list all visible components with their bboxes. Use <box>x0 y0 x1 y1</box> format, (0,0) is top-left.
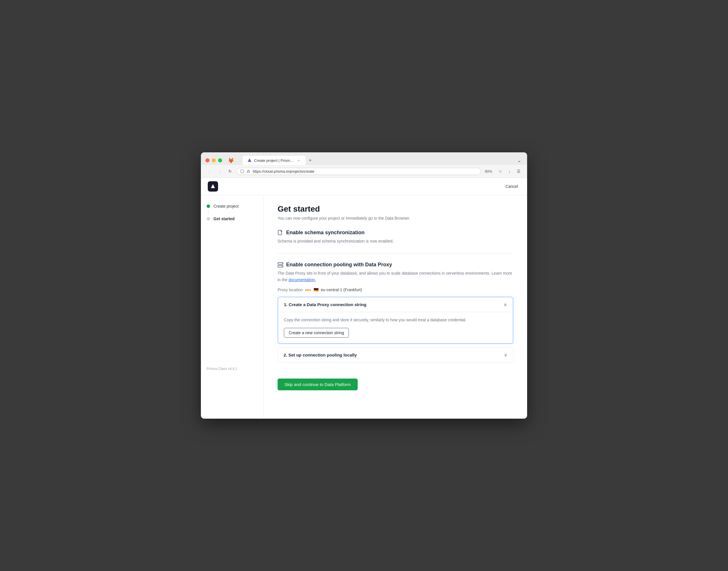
traffic-lights <box>205 158 222 162</box>
schema-sync-title-text: Enable schema synchronization <box>286 230 365 236</box>
app-logo <box>208 181 218 192</box>
new-tab-button[interactable]: + <box>306 156 314 164</box>
active-tab[interactable]: Create project | Prisma Data Pla × <box>243 156 306 165</box>
cancel-button[interactable]: Cancel <box>503 183 520 190</box>
url-text: https://cloud.prisma.io/projects/create <box>253 169 477 174</box>
bookmark-button[interactable]: ☆ <box>496 167 504 175</box>
forward-button[interactable]: › <box>216 167 224 175</box>
nav-bar: ‹ › ↻ https://cloud.prisma.io/projects/c… <box>201 165 527 178</box>
connection-pooling-section: Enable connection pooling with Data Prox… <box>278 262 514 362</box>
tab-title: Create project | Prisma Data Pla <box>254 158 294 163</box>
connection-pooling-title: Enable connection pooling with Data Prox… <box>278 262 514 268</box>
reload-button[interactable]: ↻ <box>226 167 234 175</box>
tabs-bar: Create project | Prisma Data Pla × + <box>243 156 314 165</box>
browser-window: 🦊 Create project | Prisma Data Pla × + ⌄… <box>201 152 527 419</box>
prisma-tab-icon <box>247 158 252 163</box>
step-dot-active <box>206 205 210 208</box>
svg-rect-0 <box>247 171 250 173</box>
accordion-1: 1. Create a Data Proxy connection string… <box>278 297 514 344</box>
accordion-2-header[interactable]: 2. Set up connection pooling locally ∨ <box>278 348 513 362</box>
main-layout: Create project Get started Prisma Client… <box>201 195 527 419</box>
sidebar-footer: Prisma Client v4.8.1 <box>206 367 237 371</box>
maximize-window-button[interactable] <box>218 158 222 162</box>
flag-emoji: 🇩🇪 <box>314 288 318 292</box>
accordion-1-body: Copy the connection string and store it … <box>278 312 513 343</box>
file-icon <box>278 230 283 236</box>
schema-sync-desc: Schema is provided and schema synchroniz… <box>278 238 514 244</box>
close-window-button[interactable] <box>205 158 209 162</box>
zoom-level: 90% <box>483 169 494 174</box>
sidebar-item-create-project[interactable]: Create project <box>206 202 258 210</box>
schema-sync-title: Enable schema synchronization <box>278 230 514 236</box>
proxy-location: Proxy location aws 🇩🇪 eu-central-1 (Fran… <box>278 288 514 292</box>
svg-point-4 <box>282 263 282 264</box>
back-button[interactable]: ‹ <box>205 167 213 175</box>
sidebar-item-get-started[interactable]: Get started <box>206 215 258 223</box>
minimize-window-button[interactable] <box>212 158 216 162</box>
title-bar: 🦊 Create project | Prisma Data Pla × + ⌄ <box>201 152 527 165</box>
section-divider <box>278 253 514 254</box>
schema-sync-section: Enable schema synchronization Schema is … <box>278 230 514 244</box>
svg-point-5 <box>282 266 282 266</box>
page-subtitle: You can now configure your project or im… <box>278 216 514 221</box>
window-chevron-down[interactable]: ⌄ <box>516 156 523 165</box>
accordion-1-body-text: Copy the connection string and store it … <box>284 317 507 323</box>
proxy-region: eu-central-1 (Frankfurt) <box>321 288 362 292</box>
sidebar-step-label-2: Get started <box>213 217 235 221</box>
app-content: Cancel Create project Get started Prisma… <box>201 178 527 419</box>
server-icon <box>278 262 283 268</box>
sidebar-step-label-1: Create project <box>213 204 239 209</box>
main-content: Get started You can now configure your p… <box>264 195 527 419</box>
documentation-link[interactable]: documentation. <box>288 277 316 282</box>
nav-actions: ☆ ↓ ☰ <box>496 167 523 175</box>
accordion-1-chevron: ∧ <box>503 302 507 307</box>
connection-pooling-desc: The Data Proxy sits in front of your dat… <box>278 270 514 283</box>
page-title: Get started <box>278 205 514 214</box>
address-bar[interactable]: https://cloud.prisma.io/projects/create <box>236 168 481 175</box>
connection-pooling-title-text: Enable connection pooling with Data Prox… <box>286 262 392 268</box>
accordion-1-title: 1. Create a Data Proxy connection string <box>284 302 366 307</box>
proxy-location-label: Proxy location <box>278 288 303 292</box>
prisma-logo-icon <box>210 184 216 189</box>
app-header: Cancel <box>201 178 527 195</box>
lock-icon <box>246 169 250 173</box>
create-connection-string-button[interactable]: Create a new connection string <box>284 328 349 338</box>
sidebar: Create project Get started Prisma Client… <box>201 195 264 419</box>
browser-chrome: 🦊 Create project | Prisma Data Pla × + ⌄… <box>201 152 527 178</box>
download-button[interactable]: ↓ <box>505 167 514 175</box>
accordion-2: 2. Set up connection pooling locally ∨ <box>278 347 514 362</box>
accordion-2-chevron: ∨ <box>504 352 507 358</box>
tab-close-button[interactable]: × <box>296 158 301 163</box>
accordion-2-title: 2. Set up connection pooling locally <box>284 352 357 357</box>
shield-icon <box>240 169 244 173</box>
browser-icon: 🦊 <box>228 157 234 163</box>
menu-button[interactable]: ☰ <box>515 167 523 175</box>
step-dot-inactive <box>206 217 210 221</box>
accordion-1-header[interactable]: 1. Create a Data Proxy connection string… <box>278 297 513 312</box>
skip-continue-button[interactable]: Skip and continue to Data Platform <box>278 378 358 390</box>
aws-badge: aws <box>305 288 311 292</box>
